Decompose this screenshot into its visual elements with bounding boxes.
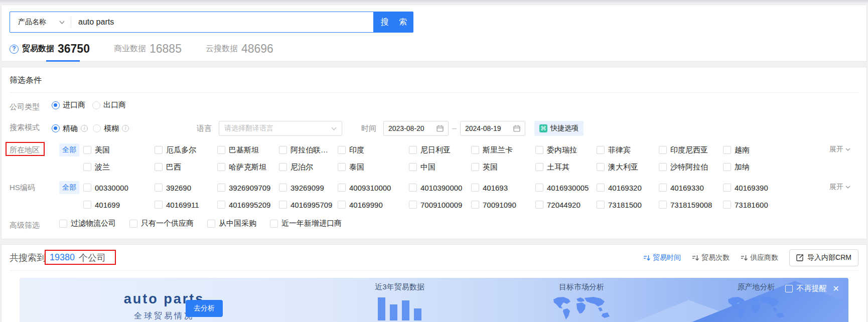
checkbox-box-icon[interactable] — [597, 201, 605, 209]
checkbox-box-icon[interactable] — [83, 163, 91, 171]
checkbox-item[interactable]: 印度 — [338, 145, 409, 155]
search-category-dropdown[interactable]: 产品名称 — [10, 18, 71, 27]
tab-business-data[interactable]: 商业数据 16885 — [114, 42, 182, 62]
import-crm-button[interactable]: 导入内部CRM — [789, 249, 858, 266]
checkbox-box-icon[interactable] — [338, 201, 346, 209]
checkbox-box-icon[interactable] — [270, 220, 278, 228]
checkbox-box-icon[interactable] — [83, 201, 91, 209]
checkbox-box-icon[interactable] — [129, 220, 137, 228]
checkbox-box-icon[interactable] — [155, 201, 163, 209]
checkbox-item[interactable]: 4009310000 — [338, 184, 409, 192]
checkbox-box-icon[interactable] — [279, 201, 287, 209]
checkbox-box-icon[interactable] — [535, 146, 543, 154]
checkbox-item[interactable]: 40169990 — [338, 201, 409, 209]
checkbox-item[interactable]: 从中国采购 — [207, 219, 256, 228]
hs-expand-link[interactable]: 展开 — [829, 183, 850, 192]
radio-importer[interactable]: 进口商 — [52, 100, 85, 110]
checkbox-item[interactable]: 40169320 — [597, 184, 659, 192]
checkbox-box-icon[interactable] — [217, 184, 225, 192]
checkbox-item[interactable]: 巴基斯坦 — [217, 145, 279, 155]
checkbox-item[interactable]: 7318159008 — [659, 201, 723, 209]
checkbox-item[interactable]: 73181500 — [597, 201, 659, 209]
checkbox-box-icon[interactable] — [409, 146, 417, 154]
quick-options-button[interactable]: ⌘ 快捷选项 — [534, 121, 584, 136]
date-end-input[interactable]: 2024-08-19 — [460, 121, 525, 136]
language-select[interactable]: 请选择翻译语言 — [219, 121, 342, 136]
checkbox-box-icon[interactable] — [409, 163, 417, 171]
checkbox-item[interactable]: 4016995209 — [217, 201, 279, 209]
checkbox-item[interactable]: 菲律宾 — [597, 145, 659, 155]
checkbox-box-icon[interactable] — [597, 146, 605, 154]
checkbox-box-icon[interactable] — [597, 184, 605, 192]
checkbox-box-icon[interactable] — [659, 201, 667, 209]
date-start-input[interactable]: 2023-08-20 — [383, 121, 449, 136]
analyze-button[interactable]: 去分析 — [186, 300, 223, 317]
checkbox-item[interactable]: 土耳其 — [535, 163, 597, 172]
sort-trade-count[interactable]: 贸易次数 — [692, 253, 730, 262]
checkbox-item[interactable]: 4016930005 — [535, 184, 597, 192]
checkbox-item[interactable]: 00330000 — [83, 184, 155, 192]
checkbox-item[interactable]: 401693 — [471, 184, 535, 192]
checkbox-box-icon[interactable] — [471, 201, 479, 209]
checkbox-item[interactable]: 39269099 — [279, 184, 338, 192]
checkbox-item[interactable]: 巴西 — [155, 163, 217, 172]
checkbox-item[interactable]: 英国 — [471, 163, 535, 172]
checkbox-box-icon[interactable] — [471, 184, 479, 192]
search-button[interactable]: 搜 索 — [373, 12, 413, 33]
region-all-button[interactable]: 全部 — [59, 143, 79, 156]
checkbox-box-icon[interactable] — [471, 146, 479, 154]
checkbox-item[interactable]: 泰国 — [338, 163, 409, 172]
checkbox-box-icon[interactable] — [155, 146, 163, 154]
checkbox-box-icon[interactable] — [409, 184, 417, 192]
checkbox-item[interactable]: 392690 — [155, 184, 217, 192]
checkbox-box-icon[interactable] — [535, 163, 543, 171]
radio-dot-icon[interactable] — [92, 101, 100, 109]
checkbox-box-icon[interactable] — [279, 184, 287, 192]
dismiss-checkbox[interactable] — [785, 285, 793, 292]
sort-trade-time[interactable]: 贸易时间 — [643, 253, 681, 262]
region-expand-link[interactable]: 展开 — [829, 145, 850, 154]
radio-dot-icon[interactable] — [52, 101, 60, 109]
checkbox-box-icon[interactable] — [723, 201, 731, 209]
checkbox-item[interactable]: 73181600 — [723, 201, 858, 209]
tab-trade-data[interactable]: ? 贸易数据 36750 — [10, 42, 90, 62]
checkbox-box-icon[interactable] — [155, 163, 163, 171]
info-circle-icon[interactable]: i — [122, 125, 129, 132]
checkbox-item[interactable]: 只有一个供应商 — [129, 219, 194, 228]
checkbox-item[interactable]: 72044920 — [535, 201, 597, 209]
question-circle-icon[interactable]: ? — [10, 45, 19, 54]
sort-supplier-count[interactable]: 供应商数 — [741, 253, 778, 262]
checkbox-box-icon[interactable] — [535, 184, 543, 192]
close-icon[interactable]: ✕ — [833, 285, 839, 293]
tab-cloud-search-data[interactable]: 云搜数据 48696 — [206, 42, 273, 62]
checkbox-box-icon[interactable] — [597, 163, 605, 171]
hs-all-button[interactable]: 全部 — [59, 181, 79, 194]
checkbox-item[interactable]: 中国 — [409, 163, 471, 172]
checkbox-item[interactable]: 70091090 — [471, 201, 535, 209]
checkbox-item[interactable]: 哈萨克斯坦 — [217, 163, 279, 172]
checkbox-item[interactable]: 委内瑞拉 — [535, 145, 597, 155]
radio-dot-icon[interactable] — [93, 124, 101, 132]
checkbox-item[interactable]: 40169330 — [659, 184, 723, 192]
checkbox-box-icon[interactable] — [279, 163, 287, 171]
checkbox-item[interactable]: 4016995709 — [279, 201, 338, 209]
checkbox-item[interactable]: 加纳 — [723, 163, 858, 172]
checkbox-item[interactable]: 波兰 — [83, 163, 155, 172]
checkbox-box-icon[interactable] — [217, 163, 225, 171]
checkbox-box-icon[interactable] — [659, 146, 667, 154]
checkbox-item[interactable]: 美国 — [83, 145, 155, 155]
checkbox-item[interactable]: 印度尼西亚 — [659, 145, 723, 155]
checkbox-box-icon[interactable] — [338, 184, 346, 192]
checkbox-item[interactable]: 401699 — [83, 201, 155, 209]
checkbox-box-icon[interactable] — [59, 220, 67, 228]
checkbox-box-icon[interactable] — [207, 220, 215, 228]
checkbox-box-icon[interactable] — [723, 163, 731, 171]
checkbox-item[interactable]: 7009100009 — [409, 201, 471, 209]
checkbox-box-icon[interactable] — [338, 163, 346, 171]
checkbox-item[interactable]: 阿拉伯联合... — [279, 145, 338, 155]
checkbox-box-icon[interactable] — [83, 146, 91, 154]
checkbox-box-icon[interactable] — [217, 146, 225, 154]
checkbox-item[interactable]: 3926909709 — [217, 184, 279, 192]
checkbox-item[interactable]: 沙特阿拉伯 — [659, 163, 723, 172]
checkbox-item[interactable]: 厄瓜多尔 — [155, 145, 217, 155]
